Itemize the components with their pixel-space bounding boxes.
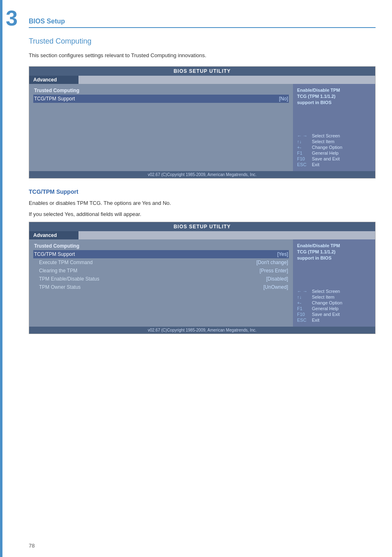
bios-key-row-1: ← → Select Screen — [297, 133, 371, 138]
bios-key-desc-b2-6: Exit — [312, 318, 319, 323]
sub-section-desc2: If you selected Yes, additional fields w… — [29, 210, 376, 218]
bios-key-desc-5: Save and Exit — [312, 156, 340, 161]
bios-keys-2: ← → Select Screen ↑↓ Select Item +- Chan… — [297, 264, 371, 323]
bios-item-trusted-computing: Trusted Computing — [33, 86, 289, 95]
bios-key-desc-1: Select Screen — [312, 133, 340, 138]
bios-item-clearing[interactable]: Clearing the TPM [Press Enter] — [33, 267, 289, 275]
bios-title-1: BIOS SETUP UTILITY — [29, 67, 375, 76]
bios-key-row-b2-5: F10 Save and Exit — [297, 312, 371, 317]
bios-key-row-2: ↑↓ Select Item — [297, 139, 371, 144]
bios-help-text-1: Enable/Disable TPMTCG (TPM 1.1/1.2)suppo… — [297, 87, 371, 106]
bios-right-1: Enable/Disable TPMTCG (TPM 1.1/1.2)suppo… — [293, 84, 375, 171]
bios-item-value-tcg: [No] — [279, 96, 288, 102]
bios-key-code-b2-1: ← → — [297, 289, 312, 294]
bios-item-value-clearing: [Press Enter] — [260, 268, 288, 274]
bios-left-1: Trusted Computing TCG/TPM Support [No] — [29, 84, 293, 171]
bios-advanced-2: Advanced — [29, 231, 78, 239]
bios-key-desc-b2-4: General Help — [312, 306, 339, 311]
bios-box-2: BIOS SETUP UTILITY Advanced Trusted Comp… — [29, 222, 376, 334]
bios-key-row-b2-4: F1 General Help — [297, 306, 371, 311]
bios-item-label-tcg: TCG/TPM Support — [34, 96, 279, 102]
bios-key-desc-6: Exit — [312, 162, 319, 167]
bios-item-label-enable: TPM Enable/Disable Status — [39, 276, 266, 282]
bios-key-code-4: F1 — [297, 151, 312, 155]
bios-footer-1: v02.67 (C)Copyright 1985-2009, American … — [29, 171, 375, 178]
bios-key-row-b2-2: ↑↓ Select Item — [297, 295, 371, 299]
page-number: 78 — [29, 543, 35, 549]
bios-help-text-2: Enable/Disable TPMTCG (TPM 1.1/1.2)suppo… — [297, 243, 371, 262]
main-content: Trusted Computing This section configure… — [29, 37, 376, 344]
bios-right-2: Enable/Disable TPMTCG (TPM 1.1/1.2)suppo… — [293, 239, 375, 327]
bios-key-desc-2: Select Item — [312, 139, 334, 144]
bios-key-code-6: ESC — [297, 162, 312, 167]
bios-item-tcg-tpm[interactable]: TCG/TPM Support [No] — [33, 95, 289, 103]
bios-item-label-clearing: Clearing the TPM — [39, 268, 260, 274]
bios-body-2: Trusted Computing TCG/TPM Support [Yes] … — [29, 239, 375, 327]
sub-section-title: TCG/TPM Support — [29, 188, 376, 195]
bios-key-code-3: +- — [297, 145, 312, 150]
sub-section-desc1: Enables or disables TPM TCG. The options… — [29, 199, 376, 207]
bios-key-desc-b2-2: Select Item — [312, 295, 334, 299]
bios-key-desc-b2-3: Change Option — [312, 300, 342, 305]
chapter-number: 3 — [6, 7, 18, 29]
bios-key-code-b2-3: +- — [297, 300, 312, 305]
bios-item-value-enable: [Disabled] — [266, 276, 288, 282]
bios-key-code-b2-4: F1 — [297, 306, 312, 311]
bios-item-value-owner: [UnOwned] — [263, 284, 288, 290]
bios-key-code-b2-6: ESC — [297, 318, 312, 323]
bios-key-code-2: ↑↓ — [297, 139, 312, 144]
bios-item-value-execute: [Don't change] — [256, 260, 288, 265]
left-bar — [0, 0, 2, 557]
section-description: This section configures settings relevan… — [29, 51, 376, 60]
bios-key-desc-4: General Help — [312, 151, 339, 155]
bios-key-row-b2-1: ← → Select Screen — [297, 289, 371, 294]
bios-key-row-b2-3: +- Change Option — [297, 300, 371, 305]
bios-key-row-b2-6: ESC Exit — [297, 318, 371, 323]
header-bar: BIOS Setup — [29, 16, 376, 28]
bios-item-owner-status[interactable]: TPM Owner Status [UnOwned] — [33, 283, 289, 291]
bios-key-row-6: ESC Exit — [297, 162, 371, 167]
bios-key-row-3: +- Change Option — [297, 145, 371, 150]
bios-item-label-owner: TPM Owner Status — [39, 284, 263, 290]
bios-body-1: Trusted Computing TCG/TPM Support [No] E… — [29, 84, 375, 171]
bios-left-2: Trusted Computing TCG/TPM Support [Yes] … — [29, 239, 293, 327]
bios-advanced-1: Advanced — [29, 76, 78, 84]
bios-box-1: BIOS SETUP UTILITY Advanced Trusted Comp… — [29, 66, 376, 179]
bios-key-code-5: F10 — [297, 156, 312, 161]
section-title: Trusted Computing — [29, 37, 376, 46]
bios-item-label-tc-2: Trusted Computing — [34, 243, 288, 249]
bios-item-label-execute: Execute TPM Command — [39, 260, 256, 265]
bios-item-execute-tpm[interactable]: Execute TPM Command [Don't change] — [33, 258, 289, 267]
bios-keys-1: ← → Select Screen ↑↓ Select Item +- Chan… — [297, 109, 371, 168]
header-title: BIOS Setup — [29, 18, 65, 25]
bios-item-label-tc: Trusted Computing — [34, 88, 288, 93]
bios-title-2: BIOS SETUP UTILITY — [29, 222, 375, 231]
bios-item-label-tcg-2: TCG/TPM Support — [34, 251, 277, 257]
bios-key-desc-3: Change Option — [312, 145, 342, 150]
bios-item-value-tcg-2: [Yes] — [277, 251, 288, 257]
bios-key-code-1: ← → — [297, 133, 312, 138]
bios-key-desc-b2-5: Save and Exit — [312, 312, 340, 317]
bios-key-code-b2-5: F10 — [297, 312, 312, 317]
bios-footer-2: v02.67 (C)Copyright 1985-2009, American … — [29, 327, 375, 334]
bios-key-row-4: F1 General Help — [297, 151, 371, 155]
bios-key-desc-b2-1: Select Screen — [312, 289, 340, 294]
bios-item-tcg-2[interactable]: TCG/TPM Support [Yes] — [33, 250, 289, 258]
bios-item-enable-disable[interactable]: TPM Enable/Disable Status [Disabled] — [33, 275, 289, 283]
bios-key-row-5: F10 Save and Exit — [297, 156, 371, 161]
bios-key-code-b2-2: ↑↓ — [297, 295, 312, 299]
bios-item-tc-2: Trusted Computing — [33, 242, 289, 250]
